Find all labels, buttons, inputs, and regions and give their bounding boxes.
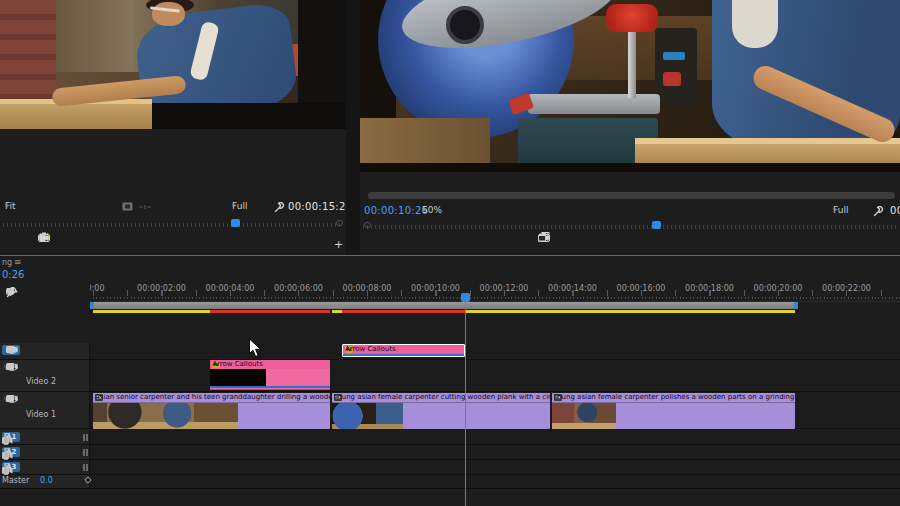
chevron-down-icon: ▾ xyxy=(422,206,426,214)
clip-thumbnail xyxy=(93,403,238,429)
track-head-v1: V1 Video 1 xyxy=(0,392,90,428)
export-frame-camera-icon[interactable] xyxy=(38,231,50,244)
chevron-down-icon: ▾ xyxy=(232,202,236,210)
chevron-down-icon: ▾ xyxy=(5,202,9,210)
timeline-clip-v1[interactable]: fxYoung asian female carpenter polishes … xyxy=(552,393,795,429)
program-playhead[interactable] xyxy=(652,221,661,229)
source-scrubber[interactable]: ○ xyxy=(3,220,343,228)
source-monitor-panel: Fit ▾ Full ▾ 00:00:15:24 ○ ◆ { xyxy=(0,0,346,255)
source-playhead[interactable] xyxy=(231,219,240,227)
program-zoom-select[interactable]: 50% ▾ xyxy=(422,205,442,215)
premiere-workspace: Fit ▾ Full ▾ 00:00:15:24 ○ ◆ { xyxy=(0,0,900,506)
clip-label: Arrow Callouts xyxy=(212,361,263,368)
source-controls-row: Fit ▾ Full ▾ 00:00:15:24 xyxy=(0,200,346,215)
timeline-playhead-handle[interactable] xyxy=(461,293,470,302)
clip-graphics-underline xyxy=(210,386,330,388)
clip-label: Young asian female carpenter cutting woo… xyxy=(334,394,550,401)
dark-bench-shadow xyxy=(128,103,346,129)
master-track-label: Master xyxy=(2,476,29,485)
program-scrubber[interactable]: ○ xyxy=(363,222,897,230)
source-quality-select[interactable]: Full ▾ xyxy=(232,201,247,211)
comparison-view-icon[interactable] xyxy=(538,231,550,244)
program-monitor-video[interactable] xyxy=(360,0,900,172)
clamp-red-knob xyxy=(606,4,658,32)
program-timecode[interactable]: 00:00:10:26 xyxy=(364,205,428,216)
track-name-v2[interactable]: Video 2 xyxy=(26,377,56,386)
track-head-v2: V2 Video 2 xyxy=(0,360,90,391)
clip-body xyxy=(93,403,330,429)
clip-graphics-underline-thin xyxy=(210,389,330,390)
timeline-clip-v1[interactable]: fxAsian senior carpenter and his teen gr… xyxy=(93,393,330,429)
clip-thumbnail xyxy=(552,403,616,429)
timeline-clip-v1[interactable]: fxYoung asian female carpenter cutting w… xyxy=(332,393,550,429)
button-editor-plus-button[interactable]: + xyxy=(334,238,343,251)
clip-label: Young asian female carpenter polishes a … xyxy=(554,394,795,401)
clamp-rod xyxy=(628,28,636,98)
track-head-v3: V3 xyxy=(0,343,90,359)
timeline-clips-layer: fxArrow CalloutsfxArrow CalloutsfxAsian … xyxy=(0,256,900,506)
track-head-a2: A2 M S xyxy=(0,445,90,459)
clip-label: Arrow Callouts xyxy=(345,346,396,353)
program-monitor-panel: 00:00:10:26 50% ▾ Full ▾ 00: ○ ◆ { } |◄ … xyxy=(360,0,900,255)
chevron-down-icon: ▾ xyxy=(833,206,837,214)
clip-body xyxy=(552,403,795,429)
program-quality-select[interactable]: Full ▾ xyxy=(833,205,848,215)
scrubber-handle-icon[interactable]: ○ xyxy=(364,220,371,229)
track-head-a3: A3 M S xyxy=(0,460,90,474)
panel-menu-icon[interactable]: ≡ xyxy=(14,257,22,267)
mouse-cursor xyxy=(248,338,262,358)
clip-label: Asian senior carpenter and his teen gran… xyxy=(95,394,330,401)
master-volume-value[interactable]: 0.0 xyxy=(40,476,53,485)
track-meter-icon xyxy=(83,464,85,471)
source-timecode[interactable]: 00:00:15:24 xyxy=(288,201,346,212)
clamp-arm xyxy=(528,94,660,114)
blade-hub xyxy=(446,6,484,44)
machine-blue-detail xyxy=(663,52,685,60)
track-head-master: Master 0.0 xyxy=(0,475,90,488)
clip-thumbnail xyxy=(210,369,266,386)
wooden-plank xyxy=(635,138,900,166)
person-white-shirt xyxy=(732,0,778,48)
source-zoom-select[interactable]: Fit ▾ xyxy=(5,201,16,211)
timeline-header-corner: ng ≡ 0:26 xyxy=(0,256,90,343)
program-duration-timecode: 00: xyxy=(890,205,900,216)
track-meter-icon xyxy=(83,434,85,441)
clip-thumbnail xyxy=(332,403,403,429)
timeline-clip-v3[interactable]: fxArrow Callouts xyxy=(342,344,465,357)
track-head-a1: A1 M S xyxy=(0,430,90,444)
machine-red-detail xyxy=(663,72,681,86)
program-controls-row: 00:00:10:26 50% ▾ Full ▾ 00: xyxy=(360,204,900,219)
clip-body xyxy=(210,369,330,386)
source-monitor-video[interactable] xyxy=(0,0,346,129)
timeline-panel: 00:0000:00:02:0000:00:04:0000:00:06:0000… xyxy=(0,255,900,506)
program-zoom-scrollbar[interactable] xyxy=(368,192,895,199)
clip-graphics-underline xyxy=(343,354,464,356)
dark-bottom-edge xyxy=(360,163,900,172)
track-meter-icon xyxy=(83,449,85,456)
background-machine xyxy=(655,28,697,108)
person-face xyxy=(152,2,185,26)
timeline-playhead-line[interactable] xyxy=(465,301,466,506)
track-name-v1[interactable]: Video 1 xyxy=(26,410,56,419)
clip-body xyxy=(332,403,550,429)
timeline-tab-fragment[interactable]: ng xyxy=(2,258,12,267)
scrubber-handle-icon[interactable]: ○ xyxy=(336,218,343,227)
timeline-timecode-fragment[interactable]: 0:26 xyxy=(2,269,24,280)
timeline-clip-v2[interactable]: fxArrow Callouts xyxy=(210,360,330,390)
